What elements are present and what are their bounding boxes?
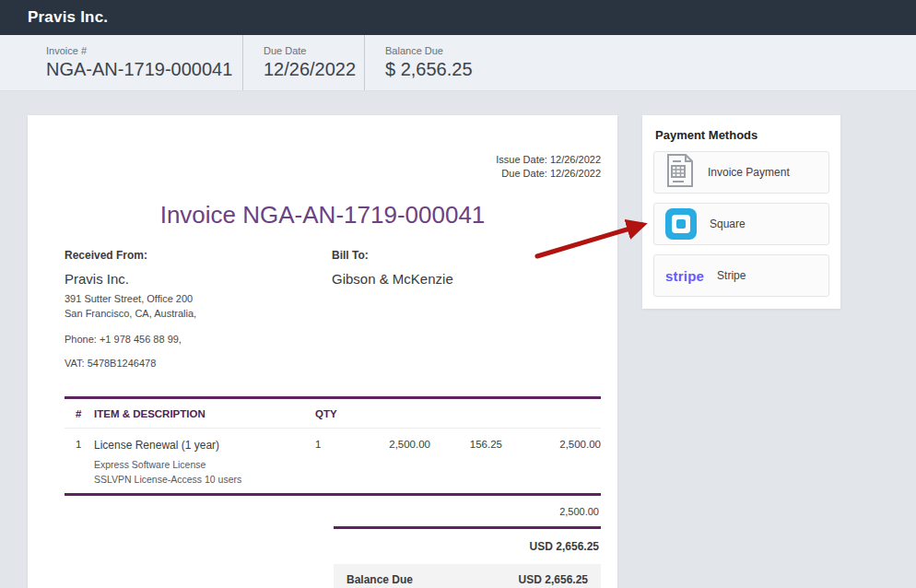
row-item-desc2: SSLVPN License-Access 10 users	[94, 472, 315, 487]
top-navbar: Pravis Inc.	[0, 0, 916, 35]
bill-to-heading: Bill To:	[332, 249, 562, 262]
summary-due-date: Due Date 12/26/2022	[242, 35, 364, 90]
invoice-summary-strip: Invoice # NGA-AN-1719-000041 Due Date 12…	[0, 35, 916, 91]
invoice-dates: Issue Date: 12/26/2022 Due Date: 12/26/2…	[496, 153, 601, 181]
total-value: USD 2,656.25	[334, 529, 601, 564]
payment-option-label: Invoice Payment	[708, 166, 790, 179]
totals-section: 2,500.00 USD 2,656.25 Balance Due USD 2,…	[334, 496, 601, 588]
row-amount: 2,500.00	[502, 439, 601, 487]
table-row: 1 License Renewal (1 year) Express Softw…	[65, 429, 601, 496]
bill-to-block: Bill To: Gibson & McKenzie	[332, 249, 562, 291]
invoice-document-icon	[665, 153, 695, 192]
balance-due-value: $ 2,656.25	[385, 59, 473, 80]
company-name: Pravis Inc.	[28, 8, 108, 27]
bill-to-name: Gibson & McKenzie	[332, 271, 562, 287]
balance-due-label: Balance Due	[385, 45, 473, 56]
invoice-number-label: Invoice #	[46, 45, 242, 56]
summary-balance-due: Balance Due $ 2,656.25	[364, 35, 510, 90]
main-content: Issue Date: 12/26/2022 Due Date: 12/26/2…	[0, 91, 916, 588]
balance-row-value: USD 2,656.25	[519, 573, 588, 586]
received-from-heading: Received From:	[65, 249, 313, 262]
row-qty: 1	[315, 439, 352, 487]
balance-due-row: Balance Due USD 2,656.25	[334, 564, 601, 588]
due-date-line: Due Date: 12/26/2022	[496, 167, 601, 181]
header-qty: QTY	[315, 408, 352, 419]
issue-date-line: Issue Date: 12/26/2022	[496, 153, 601, 167]
due-date-label: Due Date	[264, 45, 364, 56]
summary-invoice-number: Invoice # NGA-AN-1719-000041	[0, 35, 242, 90]
invoice-title: Invoice NGA-AN-1719-000041	[28, 201, 617, 229]
payment-option-label: Square	[710, 218, 746, 230]
due-date-value: 12/26/2022	[264, 59, 364, 80]
row-item-cell: License Renewal (1 year) Express Softwar…	[94, 439, 315, 487]
payment-option-square[interactable]: Square	[653, 203, 829, 245]
header-number: #	[65, 408, 94, 419]
subtotal-value: 2,500.00	[334, 496, 601, 529]
payment-methods-panel: Payment Methods Invoice Payment	[642, 115, 840, 309]
received-from-block: Received From: Pravis Inc. 391 Sutter St…	[65, 249, 313, 369]
received-from-address2: San Francisco, CA, Australia,	[65, 306, 313, 321]
row-rate: 2,500.00	[352, 439, 430, 487]
payment-option-stripe[interactable]: stripe Stripe	[653, 254, 829, 297]
payment-methods-title: Payment Methods	[642, 115, 840, 151]
invoice-document: Issue Date: 12/26/2022 Due Date: 12/26/2…	[28, 115, 617, 588]
row-tax: 156.25	[430, 439, 502, 487]
square-logo-icon	[665, 208, 697, 240]
row-item-name: License Renewal (1 year)	[94, 439, 315, 452]
invoice-number-value: NGA-AN-1719-000041	[46, 59, 242, 80]
received-from-name: Pravis Inc.	[65, 271, 313, 287]
header-item-description: ITEM & DESCRIPTION	[94, 408, 315, 419]
received-from-address1: 391 Sutter Street, Office 200	[65, 291, 313, 306]
header-amount	[502, 408, 601, 419]
payment-option-invoice-payment[interactable]: Invoice Payment	[653, 151, 829, 194]
received-from-vat: VAT: 5478B1246478	[65, 358, 313, 369]
balance-row-label: Balance Due	[346, 573, 413, 586]
table-header-row: # ITEM & DESCRIPTION QTY	[65, 396, 601, 429]
header-tax	[430, 408, 502, 419]
row-item-desc1: Express Software License	[94, 457, 315, 472]
received-from-phone: Phone: +1 978 456 88 99,	[65, 334, 313, 345]
header-rate	[352, 408, 430, 419]
stripe-wordmark-icon: stripe	[665, 268, 704, 284]
row-number: 1	[65, 439, 94, 487]
payment-option-label: Stripe	[717, 269, 746, 282]
line-items-table: # ITEM & DESCRIPTION QTY 1 License Renew…	[65, 396, 601, 588]
